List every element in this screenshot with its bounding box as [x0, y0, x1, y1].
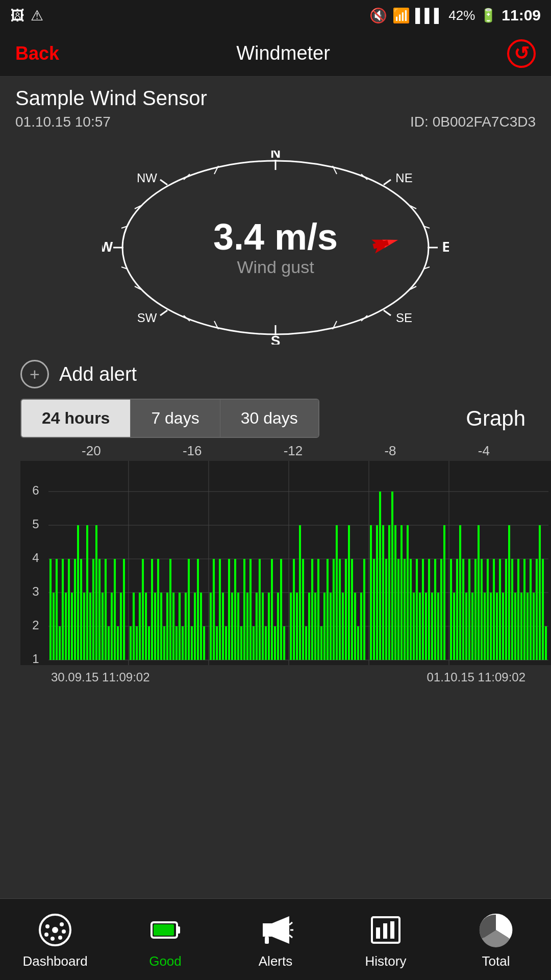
svg-text:S: S	[271, 333, 281, 345]
svg-rect-54	[49, 559, 52, 660]
svg-rect-200	[514, 593, 516, 660]
x-label-1: -20	[82, 443, 101, 459]
svg-point-214	[44, 933, 48, 937]
svg-rect-119	[256, 593, 258, 660]
svg-rect-68	[92, 559, 94, 660]
svg-rect-76	[117, 626, 119, 660]
tab-30days[interactable]: 30 days	[220, 400, 318, 437]
svg-rect-193	[493, 559, 495, 660]
svg-text:4: 4	[32, 551, 39, 565]
svg-rect-159	[385, 559, 387, 660]
svg-rect-130	[293, 559, 295, 660]
x-label-4: -8	[384, 443, 396, 459]
nav-item-alerts[interactable]: Alerts	[220, 910, 331, 969]
header-title: Windmeter	[236, 42, 330, 64]
compass-ellipse: N S E W NE NW	[102, 151, 449, 345]
svg-text:6: 6	[32, 483, 39, 497]
x-label-3: -12	[284, 443, 303, 459]
nav-item-dashboard[interactable]: Dashboard	[0, 910, 110, 969]
svg-text:E: E	[442, 239, 449, 255]
svg-rect-75	[114, 559, 116, 660]
svg-rect-108	[222, 593, 224, 660]
svg-rect-99	[191, 626, 193, 660]
svg-rect-172	[425, 593, 427, 660]
battery-nav-icon	[145, 910, 186, 950]
svg-text:NE: NE	[395, 171, 412, 185]
svg-rect-210	[545, 626, 547, 660]
tab-7days[interactable]: 7 days	[131, 400, 220, 437]
x-label-2: -16	[183, 443, 202, 459]
svg-rect-158	[382, 525, 384, 660]
svg-rect-196	[502, 593, 504, 660]
svg-rect-173	[428, 559, 430, 660]
x-label-5: -4	[478, 443, 490, 459]
svg-rect-128	[283, 626, 285, 660]
sensor-meta: 01.10.15 10:57 ID: 0B002FA7C3D3	[15, 114, 536, 130]
svg-rect-150	[354, 593, 356, 660]
svg-rect-84	[145, 593, 147, 660]
dashboard-label: Dashboard	[22, 953, 87, 969]
svg-rect-185	[468, 559, 470, 660]
svg-rect-123	[268, 593, 270, 660]
nav-item-history[interactable]: History	[331, 910, 441, 969]
svg-point-213	[45, 924, 49, 928]
svg-rect-87	[154, 593, 156, 660]
svg-rect-139	[320, 626, 322, 660]
svg-rect-191	[487, 559, 489, 660]
svg-rect-118	[253, 626, 255, 660]
svg-text:5: 5	[32, 517, 39, 531]
svg-rect-73	[108, 626, 110, 660]
add-alert-button[interactable]: +	[20, 360, 49, 388]
svg-rect-220	[177, 926, 180, 934]
compass: N S E W NE NW	[15, 140, 536, 355]
svg-line-11	[160, 180, 167, 185]
chart-container: 1 2 3 4 5 6	[20, 461, 531, 684]
svg-rect-113	[237, 593, 239, 660]
svg-rect-111	[231, 593, 233, 660]
svg-rect-138	[317, 559, 319, 660]
svg-rect-65	[83, 593, 85, 660]
svg-rect-188	[478, 525, 480, 660]
svg-rect-197	[505, 559, 507, 660]
svg-rect-77	[120, 593, 122, 660]
svg-marker-222	[263, 923, 272, 937]
svg-rect-166	[407, 525, 409, 660]
nav-item-battery[interactable]: Good	[110, 910, 220, 969]
svg-rect-184	[465, 593, 467, 660]
svg-rect-231	[390, 921, 394, 939]
refresh-button[interactable]: ↺	[507, 39, 536, 68]
svg-line-22	[184, 174, 190, 180]
svg-rect-101	[197, 559, 199, 660]
svg-rect-204	[527, 593, 529, 660]
svg-rect-114	[240, 626, 242, 660]
svg-rect-116	[246, 593, 248, 660]
svg-point-212	[52, 927, 58, 933]
alerts-icon	[255, 910, 296, 950]
svg-rect-105	[213, 559, 215, 660]
nav-item-total[interactable]: Total	[441, 910, 551, 969]
history-icon	[365, 910, 406, 950]
back-button[interactable]: Back	[15, 43, 59, 64]
svg-rect-95	[179, 593, 181, 660]
svg-rect-60	[68, 559, 70, 660]
svg-rect-120	[259, 559, 261, 660]
svg-rect-176	[437, 593, 439, 660]
svg-rect-66	[86, 525, 88, 660]
tab-24hours[interactable]: 24 hours	[21, 400, 131, 437]
add-alert-label: Add alert	[59, 363, 137, 385]
svg-rect-177	[440, 559, 442, 660]
svg-rect-164	[400, 525, 403, 660]
svg-rect-88	[157, 559, 159, 660]
svg-rect-69	[95, 525, 97, 660]
svg-rect-206	[533, 593, 535, 660]
wind-speed: 3.4 m/s	[213, 218, 338, 255]
svg-rect-71	[102, 593, 104, 660]
svg-rect-62	[74, 559, 76, 660]
svg-rect-149	[351, 559, 353, 660]
svg-rect-153	[363, 559, 365, 660]
svg-rect-221	[154, 924, 174, 936]
svg-rect-140	[323, 593, 325, 660]
svg-rect-146	[342, 593, 344, 660]
svg-rect-97	[185, 593, 187, 660]
wind-label: Wind gust	[213, 257, 338, 277]
